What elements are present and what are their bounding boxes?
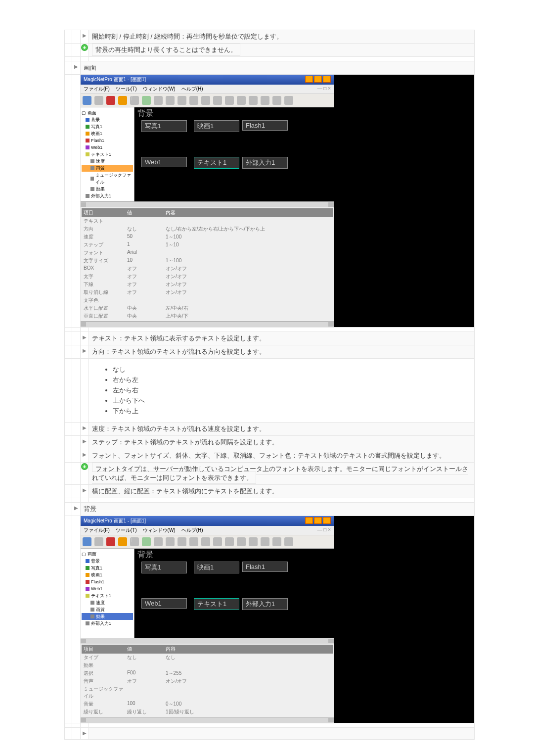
window-buttons[interactable]: [304, 517, 331, 525]
tree-panel[interactable]: ▢ 画面背景写真1映画1Flash1Web1テキスト1速度画質効果外部入力1: [81, 549, 134, 638]
item-step: ステップ：テキスト領域のテキストが流れる間隔を設定します。: [89, 436, 475, 449]
h-scrollbar[interactable]: [81, 321, 334, 327]
doc-table: ▶ 開始時刻 / 停止時刻 / 継続時間：再生時間を秒単位で設定します。 + 背…: [64, 30, 475, 740]
section-toggle-icon[interactable]: ▶: [74, 64, 78, 69]
canvas[interactable]: 背景 写真1 映画1 Flash1 Web1 テキスト1 外部入力1: [134, 107, 334, 201]
menu-bar[interactable]: ファイル(F)ツール(T)ウィンドウ(W)ヘルプ(H) ― □ ×: [81, 526, 334, 535]
menu-bar[interactable]: ファイル(F)ツール(T)ウィンドウ(W)ヘルプ(H) ― □ ×: [81, 85, 334, 94]
bullet-arrow-icon: ▶: [83, 33, 87, 38]
property-grid[interactable]: 項目値内容タイプなしなし効果選択F001～255音声オフオン/オフミュージックフ…: [81, 644, 334, 717]
time-note: 背景の再生時間より長くすることはできません。: [92, 44, 240, 56]
h-scrollbar[interactable]: [81, 717, 334, 723]
item-align: 横に配置、縦に配置：テキスト領域内にテキストを配置します。: [89, 485, 475, 498]
item-font: フォント、フォントサイズ、斜体、太字、下線、取消線、フォント色：テキスト領域のテ…: [89, 449, 475, 463]
item-speed: 速度：テキスト領域のテキストが流れる速度を設定します。: [89, 423, 475, 436]
item-direction: 方向：テキスト領域のテキストが流れる方向を設定します。: [89, 345, 475, 359]
app-title: MagicNetPro 画面1 - [画面1]: [84, 76, 146, 83]
item-text: テキスト：テキスト領域に表示するテキストを設定します。: [89, 332, 475, 345]
toolbar[interactable]: T: [81, 535, 334, 549]
time-heading: 開始時刻 / 停止時刻 / 継続時間：再生時間を秒単位で設定します。: [89, 30, 475, 44]
tree-panel[interactable]: ▢ 画面背景写真1映画1Flash1Web1テキスト1速度画質ミュージックファイ…: [81, 107, 134, 201]
section-toggle-icon[interactable]: ▶: [74, 505, 78, 511]
h-scrollbar[interactable]: [81, 201, 334, 207]
font-note: フォントタイプは、サーバーが動作しているコンピュータ上のフォントを表示します。モ…: [92, 463, 468, 484]
h-scrollbar[interactable]: [81, 638, 334, 644]
plus-icon: +: [81, 44, 88, 51]
toolbar[interactable]: T: [81, 94, 334, 107]
direction-options: なし右から左左から右上から下へ下から上: [89, 359, 475, 423]
canvas[interactable]: 背景 写真1 映画1 Flash1 Web1 テキスト1 外部入力1: [134, 549, 334, 638]
window-buttons[interactable]: [304, 76, 331, 84]
app-screenshot-2: MagicNetPro 画面1 - [画面1] ファイル(F)ツール(T)ウィン…: [81, 516, 334, 723]
section-bg: 背景: [81, 503, 475, 516]
app-screenshot-1: MagicNetPro 画面1 - [画面1] ファイル(F)ツール(T)ウィン…: [81, 75, 334, 327]
property-grid[interactable]: 項目値内容テキスト方向なしなし/右から左/左から右/上から下へ/下から上速度50…: [81, 207, 334, 321]
section-screen: 画面: [81, 61, 475, 75]
